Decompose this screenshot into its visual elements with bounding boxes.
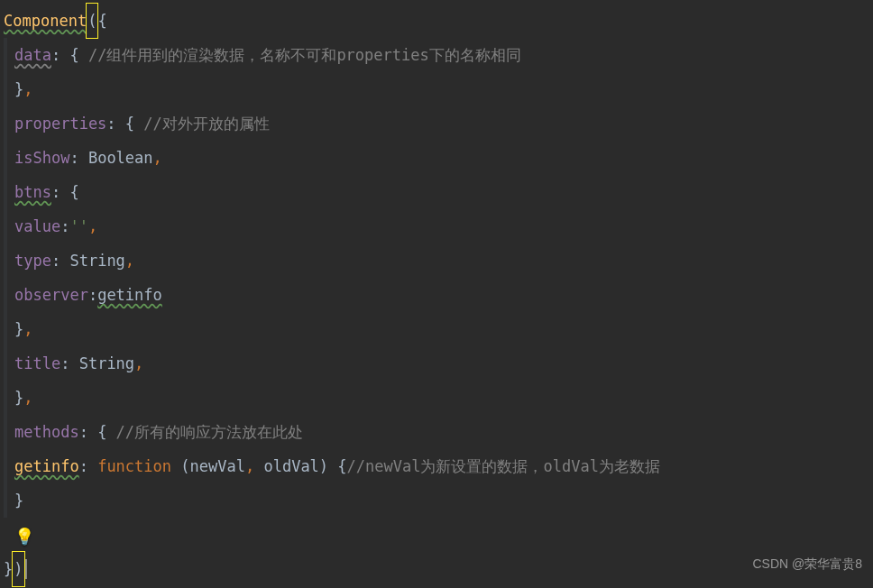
keyword-function: function bbox=[97, 449, 171, 483]
gutter-mark bbox=[4, 449, 7, 483]
prop-btns: btns bbox=[14, 175, 51, 209]
code-line[interactable]: value:'', bbox=[4, 209, 873, 243]
gutter-mark bbox=[4, 346, 7, 381]
colon: : bbox=[60, 209, 69, 243]
prop-methods: methods bbox=[14, 415, 79, 449]
gutter-mark bbox=[4, 38, 7, 72]
gutter-mark bbox=[4, 209, 7, 243]
colon: : bbox=[69, 141, 87, 175]
colon: : { bbox=[79, 415, 116, 449]
gutter-mark bbox=[4, 415, 7, 449]
code-line[interactable]: methods: { //所有的响应方法放在此处 bbox=[4, 415, 873, 449]
code-line[interactable]: isShow: Boolean, bbox=[4, 141, 873, 175]
gutter-mark bbox=[4, 72, 7, 106]
type-boolean: Boolean bbox=[88, 141, 153, 175]
comma: , bbox=[88, 209, 97, 243]
prop-properties: properties bbox=[14, 106, 106, 141]
type-string2: String bbox=[79, 346, 134, 381]
prop-data: data bbox=[14, 38, 51, 72]
prop-isshow: isShow bbox=[14, 141, 69, 175]
prop-observer: observer bbox=[14, 278, 88, 312]
paren-close: ) { bbox=[319, 449, 347, 483]
code-line[interactable]: type: String, bbox=[4, 243, 873, 278]
colon: : { bbox=[51, 175, 79, 209]
comma: , bbox=[134, 346, 143, 381]
colon: : bbox=[88, 278, 97, 312]
brace-close: } bbox=[14, 483, 23, 518]
gutter-mark bbox=[4, 381, 7, 415]
method-getinfo: getinfo bbox=[14, 449, 79, 483]
gutter-mark bbox=[4, 243, 7, 278]
code-line[interactable]: btns: { bbox=[4, 175, 873, 209]
comment-properties: //对外开放的属性 bbox=[143, 106, 269, 141]
comment-method: //newVal为新设置的数据，oldVal为老数据 bbox=[347, 449, 660, 483]
colon: : { bbox=[106, 106, 143, 141]
comma: , bbox=[23, 72, 32, 106]
code-line[interactable]: }, bbox=[4, 72, 873, 106]
prop-title: title bbox=[14, 346, 60, 381]
brace-close: } bbox=[14, 312, 23, 346]
paren-open: ( bbox=[86, 3, 98, 39]
comma: , bbox=[23, 381, 32, 415]
colon: : bbox=[79, 449, 97, 483]
code-line[interactable]: } bbox=[4, 483, 873, 518]
gutter-mark bbox=[4, 312, 7, 346]
string-empty: '' bbox=[69, 209, 87, 243]
code-line[interactable] bbox=[4, 518, 873, 552]
brace-close: } bbox=[14, 381, 23, 415]
gutter-mark bbox=[4, 175, 7, 209]
comment-methods: //所有的响应方法放在此处 bbox=[116, 415, 303, 449]
component-call: Component bbox=[4, 4, 87, 38]
param-oldval: oldVal bbox=[263, 449, 318, 483]
type-string: String bbox=[69, 243, 124, 278]
comma: , bbox=[125, 243, 134, 278]
comma: , bbox=[153, 141, 162, 175]
watermark-text: CSDN @荣华富贵8 bbox=[752, 547, 862, 581]
code-line[interactable]: }, bbox=[4, 381, 873, 415]
comment-data: //组件用到的渲染数据，名称不可和properties下的名称相同 bbox=[88, 38, 521, 72]
brace-close: } bbox=[14, 72, 23, 106]
param-newval: newVal bbox=[190, 449, 245, 483]
comma: , bbox=[23, 312, 32, 346]
gutter-mark bbox=[4, 106, 7, 141]
colon: : bbox=[51, 243, 69, 278]
colon: : bbox=[60, 346, 78, 381]
code-line[interactable]: Component({ bbox=[4, 4, 873, 38]
comma: , bbox=[245, 449, 254, 483]
brace: { bbox=[97, 4, 106, 38]
code-line[interactable]: getinfo: function (newVal, oldVal) {//ne… bbox=[4, 449, 873, 483]
gutter-mark bbox=[4, 141, 7, 175]
paren-close: ) bbox=[12, 551, 24, 587]
prop-value: value bbox=[14, 209, 60, 243]
space bbox=[254, 449, 263, 483]
code-line[interactable]: }) bbox=[4, 552, 873, 586]
lightbulb-icon[interactable]: 💡 bbox=[14, 519, 34, 554]
code-line[interactable]: observer:getinfo bbox=[4, 278, 873, 312]
paren: ( bbox=[171, 449, 189, 483]
text-caret bbox=[25, 559, 27, 579]
code-editor[interactable]: Component({ data: { //组件用到的渲染数据，名称不可和pro… bbox=[0, 0, 873, 586]
gutter-mark bbox=[4, 483, 7, 518]
code-line[interactable]: title: String, bbox=[4, 346, 873, 381]
observer-ref: getinfo bbox=[97, 278, 162, 312]
code-line[interactable]: data: { //组件用到的渲染数据，名称不可和properties下的名称相… bbox=[4, 38, 873, 72]
colon: : { bbox=[51, 38, 88, 72]
code-line[interactable]: properties: { //对外开放的属性 bbox=[4, 106, 873, 141]
code-line[interactable]: }, bbox=[4, 312, 873, 346]
prop-type: type bbox=[14, 243, 51, 278]
gutter-mark bbox=[4, 278, 7, 312]
